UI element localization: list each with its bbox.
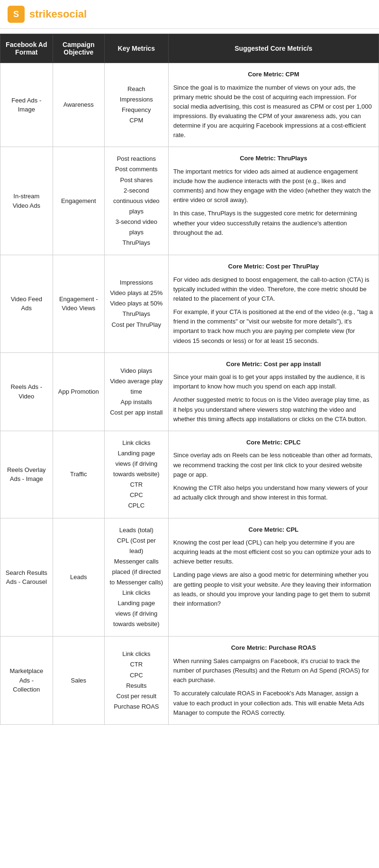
cell-key-metrics: Leads (total)CPL (Cost per lead)Messenge…	[104, 518, 168, 637]
cell-key-metrics: Link clicksLanding page views (if drivin…	[104, 431, 168, 518]
core-metric-title: Core Metric: CPLC	[173, 438, 374, 447]
logo-name-prefix: strike	[29, 8, 57, 20]
suggested-paragraph: For video ads designed to boost engageme…	[173, 275, 374, 304]
cell-suggested: Core Metric: Cost per ThruPlayFor video …	[168, 255, 379, 352]
cell-format: Search Results Ads - Carousel	[0, 518, 53, 637]
cell-objective: Leads	[53, 518, 104, 637]
table-row: Search Results Ads - CarouselLeadsLeads …	[0, 518, 379, 637]
main-table: Facebook Ad Format Campaign Objective Ke…	[0, 34, 379, 725]
table-row: Marketplace Ads - CollectionSalesLink cl…	[0, 637, 379, 724]
core-metric-title: Core Metric: Cost per ThruPlay	[173, 262, 374, 271]
logo-text: strikesocial	[29, 8, 87, 20]
page-header: S strikesocial	[0, 0, 379, 29]
suggested-paragraph: The important metrics for video ads aime…	[173, 167, 374, 205]
table-row: Feed Ads - ImageAwarenessReachImpression…	[0, 63, 379, 147]
logo-icon: S	[8, 6, 25, 23]
logo-name-suffix: social	[57, 8, 87, 20]
cell-suggested: Core Metric: CPMSince the goal is to max…	[168, 63, 379, 147]
cell-suggested: Core Metric: CPLCSince overlay ads on Re…	[168, 431, 379, 518]
col-header-metrics: Key Metrics	[104, 34, 168, 63]
suggested-paragraph: Knowing the cost per lead (CPL) can help…	[173, 538, 374, 566]
cell-suggested: Core Metric: CPLKnowing the cost per lea…	[168, 518, 379, 637]
core-metric-title: Core Metric: Cost per app install	[173, 360, 374, 369]
core-metric-title: Core Metric: CPM	[173, 70, 374, 79]
cell-key-metrics: Post reactionsPost commentsPost shares2-…	[104, 147, 168, 255]
cell-objective: Traffic	[53, 431, 104, 518]
cell-key-metrics: Link clicksCTRCPCResultsCost per resultP…	[104, 637, 168, 724]
suggested-paragraph: Since overlay ads on Reels can be less n…	[173, 451, 374, 479]
suggested-paragraph: Since the goal is to maximize the number…	[173, 83, 374, 140]
cell-format: Video Feed Ads	[0, 255, 53, 352]
cell-suggested: Core Metric: Cost per app installSince y…	[168, 352, 379, 431]
table-row: Reels Ads - VideoApp PromotionVideo play…	[0, 352, 379, 431]
suggested-paragraph: Since your main goal is to get your apps…	[173, 372, 374, 391]
logo-letter: S	[13, 9, 19, 19]
suggested-paragraph: In this case, ThruPlays is the suggested…	[173, 209, 374, 237]
col-header-objective: Campaign Objective	[53, 34, 104, 63]
suggested-paragraph: When running Sales campaigns on Facebook…	[173, 656, 374, 685]
cell-objective: App Promotion	[53, 352, 104, 431]
suggested-paragraph: Another suggested metric to focus on is …	[173, 395, 374, 424]
cell-objective: Awareness	[53, 63, 104, 147]
table-header-row: Facebook Ad Format Campaign Objective Ke…	[0, 34, 379, 63]
suggested-paragraph: To accurately calculate ROAS in Facebook…	[173, 689, 374, 717]
core-metric-title: Core Metric: ThruPlays	[173, 154, 374, 163]
cell-format: Marketplace Ads - Collection	[0, 637, 53, 724]
suggested-paragraph: Landing page views are also a good metri…	[173, 570, 374, 609]
cell-suggested: Core Metric: ThruPlaysThe important metr…	[168, 147, 379, 255]
table-row: In-stream Video AdsEngagementPost reacti…	[0, 147, 379, 255]
suggested-paragraph: For example, if your CTA is positioned a…	[173, 307, 374, 346]
cell-format: In-stream Video Ads	[0, 147, 53, 255]
cell-format: Feed Ads - Image	[0, 63, 53, 147]
cell-format: Reels Overlay Ads - Image	[0, 431, 53, 518]
table-row: Reels Overlay Ads - ImageTrafficLink cli…	[0, 431, 379, 518]
cell-suggested: Core Metric: Purchase ROASWhen running S…	[168, 637, 379, 724]
core-metric-title: Core Metric: Purchase ROAS	[173, 643, 374, 653]
core-metric-title: Core Metric: CPL	[173, 525, 374, 535]
table-row: Video Feed AdsEngagement - Video ViewsIm…	[0, 255, 379, 352]
cell-key-metrics: Video playsVideo average play timeApp in…	[104, 352, 168, 431]
cell-key-metrics: ReachImpressionsFrequencyCPM	[104, 63, 168, 147]
col-header-suggested: Suggested Core Metric/s	[168, 34, 379, 63]
cell-format: Reels Ads - Video	[0, 352, 53, 431]
cell-objective: Engagement - Video Views	[53, 255, 104, 352]
cell-objective: Sales	[53, 637, 104, 724]
suggested-paragraph: Knowing the CTR also helps you understan…	[173, 483, 374, 502]
cell-key-metrics: ImpressionsVideo plays at 25%Video plays…	[104, 255, 168, 352]
cell-objective: Engagement	[53, 147, 104, 255]
col-header-format: Facebook Ad Format	[0, 34, 53, 63]
